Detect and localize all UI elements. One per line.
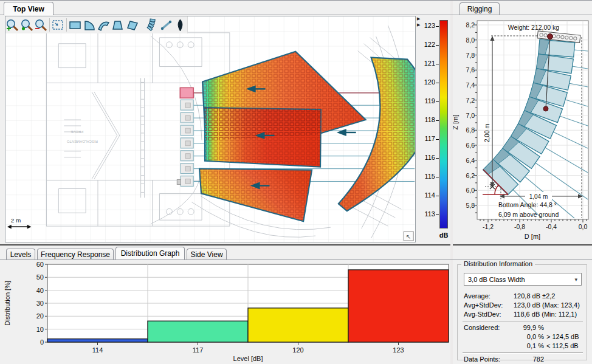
height-dim-label: 2,00 m [484, 123, 490, 142]
depth-dim-label: 1,04 m [529, 193, 548, 200]
svg-text:7,0: 7,0 [466, 112, 475, 119]
svg-text:50: 50 [36, 273, 44, 281]
info-row-average: Average: 120,8 dB ±2,2 [464, 292, 583, 301]
info-row-data-points: Data Points: 782 [464, 355, 583, 364]
svg-text:8,2: 8,2 [466, 21, 475, 29]
info-row-avg-minus: Avg-StdDev: 118,6 dB (Min: 112,1) [464, 310, 583, 319]
svg-text:8,0: 8,0 [466, 36, 475, 44]
draw-quarter-circle-icon[interactable] [83, 17, 97, 33]
distribution-information-group: Distribution Information 3,0 dB Class Wi… [457, 264, 587, 360]
colorbar-tick: 113 [419, 210, 435, 218]
tab-frequency-response[interactable]: Frequency Response [37, 249, 114, 259]
colorbar-tick: 116 [419, 154, 435, 161]
array-source-icon[interactable] [145, 17, 159, 33]
group-title: Distribution Information [461, 260, 535, 267]
weight-label: Weight: 212,00 kg [508, 24, 560, 31]
bottom-angle-label: Bottom Angle: 44,8 ° [498, 201, 557, 208]
svg-text:7,8: 7,8 [466, 52, 475, 59]
tab-side-view[interactable]: Side View [187, 249, 227, 259]
colorbar-tick: 114 [419, 191, 435, 199]
pick-point[interactable] [548, 34, 553, 39]
svg-text:10: 10 [36, 326, 44, 333]
svg-text:123: 123 [393, 346, 404, 354]
draw-polygon-icon[interactable] [125, 17, 139, 33]
info-row-above: 0,0 % > 124,5 dB [464, 332, 583, 342]
restore-view-button[interactable]: ↖ [404, 232, 413, 241]
room-label-prove: PROVE [71, 130, 83, 134]
colorbar-tick: 122 [419, 41, 435, 48]
rigging-y-axis-label: Z [m] [453, 114, 459, 129]
info-row-considered: Considered: 99,9 % [464, 323, 583, 332]
colorbar-tick: 121 [419, 60, 435, 67]
strut-icon[interactable] [159, 17, 173, 33]
rigging-diagram[interactable]: 2,00 m 1,04 m Weight: 212,00 kg Bottom A… [453, 15, 592, 245]
room-label-riscaldamento: RISCALDAMENTO [66, 140, 98, 143]
venue-plan-viewport[interactable]: PROVE RISCALDAMENTO [5, 16, 416, 242]
svg-text:120: 120 [292, 346, 303, 354]
svg-text:6,4: 6,4 [466, 157, 475, 164]
tab-levels[interactable]: Levels [6, 249, 35, 259]
svg-text:0,0: 0,0 [579, 223, 588, 230]
zoom-out-icon[interactable] [34, 17, 48, 33]
svg-text:-0,4: -0,4 [546, 223, 557, 230]
class-width-select[interactable]: 3,0 dB Class Width ▾ [464, 273, 582, 286]
svg-text:-1,2: -1,2 [483, 223, 494, 230]
colorbar-tick: 117 [419, 135, 435, 142]
rigging-y-tick-labels: 8,28,0 7,87,6 7,47,2 7,06,8 6,66,4 6,26,… [466, 21, 475, 209]
bar-class-114 [47, 339, 148, 342]
svg-text:7,2: 7,2 [466, 97, 475, 104]
plan-toolbar [5, 16, 188, 33]
arraycalc-window: Top View [0, 0, 592, 364]
class-width-value: 3,0 dB Class Width [468, 276, 525, 283]
tab-distribution-graph[interactable]: Distribution Graph [115, 247, 185, 259]
bar-class-123 [348, 270, 449, 342]
chart-x-tick-labels: 114117 120123 [92, 346, 404, 354]
svg-text:40: 40 [36, 287, 44, 294]
tab-rigging-label: Rigging [467, 5, 492, 13]
spl-colorbar [439, 20, 448, 228]
svg-text:6,6: 6,6 [466, 142, 475, 149]
colorbar-tick: 120 [419, 78, 435, 86]
vertical-splitter[interactable] [450, 1, 453, 364]
tab-rigging[interactable]: Rigging [459, 2, 500, 15]
source-box-selected[interactable] [180, 88, 193, 98]
tab-top-view-label: Top View [13, 5, 44, 13]
scale-label: 2 m [11, 217, 21, 224]
colorbar-marker[interactable]: ▶ [417, 16, 420, 21]
draw-arc-icon[interactable] [97, 17, 111, 33]
info-row-below: 0,1 % < 112,5 dB [464, 342, 583, 351]
zoom-in-icon[interactable] [5, 17, 19, 33]
svg-text:-0,8: -0,8 [514, 223, 525, 230]
svg-text:117: 117 [193, 346, 204, 354]
zoom-window-icon[interactable] [51, 17, 65, 33]
distribution-chart: 010 2030 4050 60 114117 120123 Distribut… [1, 261, 452, 363]
svg-text:7,6: 7,6 [466, 66, 475, 74]
center-of-gravity [543, 106, 548, 111]
info-row-avg-plus: Avg+StdDev: 123,0 dB (Max: 123,4) [464, 301, 583, 310]
svg-text:60: 60 [36, 261, 44, 268]
restore-arrow-icon: ↖ [406, 233, 411, 240]
horizontal-splitter[interactable] [0, 244, 592, 246]
above-ground-label: 6,09 m above ground [498, 211, 559, 218]
chart-y-axis-label: Distribution [%] [4, 281, 11, 326]
bar-class-120 [248, 308, 348, 342]
top-view-panel: PROVE RISCALDAMENTO [0, 15, 450, 245]
zoom-reset-icon[interactable] [19, 17, 33, 33]
svg-text:6,2: 6,2 [466, 172, 475, 179]
draw-rectangle-icon[interactable] [68, 17, 82, 33]
svg-text:20: 20 [36, 312, 44, 320]
svg-text:5,8: 5,8 [466, 202, 475, 209]
point-source-icon[interactable] [173, 17, 187, 33]
colorbar-tick: 118 [419, 116, 435, 123]
rigging-x-tick-labels: -1,2-0,8 -0,40,0 [483, 223, 587, 230]
bar-class-117 [148, 321, 248, 342]
chart-y-tick-labels: 010 2030 4050 60 [36, 261, 44, 346]
svg-text:6,0: 6,0 [466, 187, 475, 194]
tab-top-view[interactable]: Top View [4, 2, 53, 15]
colorbar-tick: 119 [419, 97, 435, 105]
chevron-down-icon: ▾ [574, 276, 577, 283]
svg-text:30: 30 [36, 300, 44, 307]
colorbar-tick: 123 [419, 22, 435, 29]
rigging-x-axis-label: D [m] [525, 233, 540, 240]
draw-trapezoid-icon[interactable] [111, 17, 125, 33]
